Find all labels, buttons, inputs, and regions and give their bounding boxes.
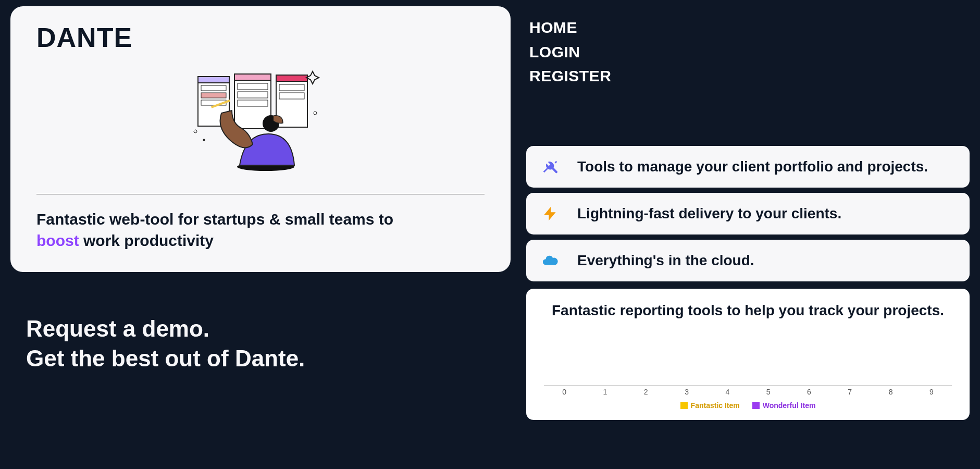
legend-swatch-a [680,402,688,409]
chart-card: Fantastic reporting tools to help you tr… [526,289,970,420]
demo-line-2: Get the best out of Dante. [26,343,511,373]
chart-legend: Fantastic Item Wonderful Item [544,401,952,410]
legend-item-b: Wonderful Item [752,401,816,410]
nav-home[interactable]: HOME [529,16,970,40]
svg-rect-11 [276,75,307,81]
hero-illustration [36,64,485,173]
svg-rect-3 [201,93,226,98]
svg-rect-1 [198,77,229,83]
hero-card: DANTE [10,6,511,272]
chart-title: Fantastic reporting tools to help you tr… [544,302,952,319]
x-tick-label: 9 [911,388,952,396]
bolt-icon [541,204,560,223]
divider [36,194,485,194]
tagline-post: work productivity [79,232,214,249]
primary-nav: HOME LOGIN REGISTER [526,6,970,89]
feature-card-cloud: Everything's in the cloud. [526,240,970,281]
svg-rect-2 [201,85,226,91]
feature-text: Lightning-fast delivery to your clients. [577,205,841,222]
svg-rect-9 [238,100,268,106]
feature-text: Everything's in the cloud. [577,252,754,269]
svg-rect-12 [279,84,304,91]
feature-card-tools: Tools to manage your client portfolio an… [526,146,970,188]
svg-rect-7 [238,83,268,90]
svg-point-14 [194,130,197,133]
legend-label-a: Fantastic Item [691,401,740,410]
x-tick-label: 8 [870,388,911,396]
demo-cta-block: Request a demo. Get the best out of Dant… [10,314,511,373]
hero-tagline: Fantastic web-tool for startups & small … [36,209,412,251]
x-tick-label: 6 [789,388,829,396]
kanban-person-illustration [182,64,339,173]
x-tick-label: 2 [626,388,666,396]
svg-rect-8 [238,92,268,98]
tagline-pre: Fantastic web-tool for startups & small … [36,211,393,228]
feature-card-fast: Lightning-fast delivery to your clients. [526,193,970,234]
svg-rect-13 [279,93,304,99]
x-tick-label: 5 [748,388,788,396]
legend-swatch-b [752,402,760,409]
x-tick-label: 1 [585,388,625,396]
brand-logo-text: DANTE [36,22,485,53]
feature-text: Tools to manage your client portfolio an… [577,158,928,175]
x-tick-label: 3 [666,388,707,396]
tagline-boost: boost [36,232,79,249]
x-tick-label: 7 [829,388,870,396]
svg-rect-6 [234,74,271,80]
legend-label-b: Wonderful Item [763,401,816,410]
bar-chart [544,328,952,386]
cloud-icon [541,251,560,270]
legend-item-a: Fantastic Item [680,401,740,410]
x-tick-label: 0 [544,388,585,396]
nav-register[interactable]: REGISTER [529,64,970,89]
demo-line-1: Request a demo. [26,314,511,343]
nav-login[interactable]: LOGIN [529,40,970,65]
chart-x-axis: 0123456789 [544,388,952,396]
x-tick-label: 4 [707,388,748,396]
svg-point-15 [314,112,317,115]
tools-icon [541,157,560,176]
